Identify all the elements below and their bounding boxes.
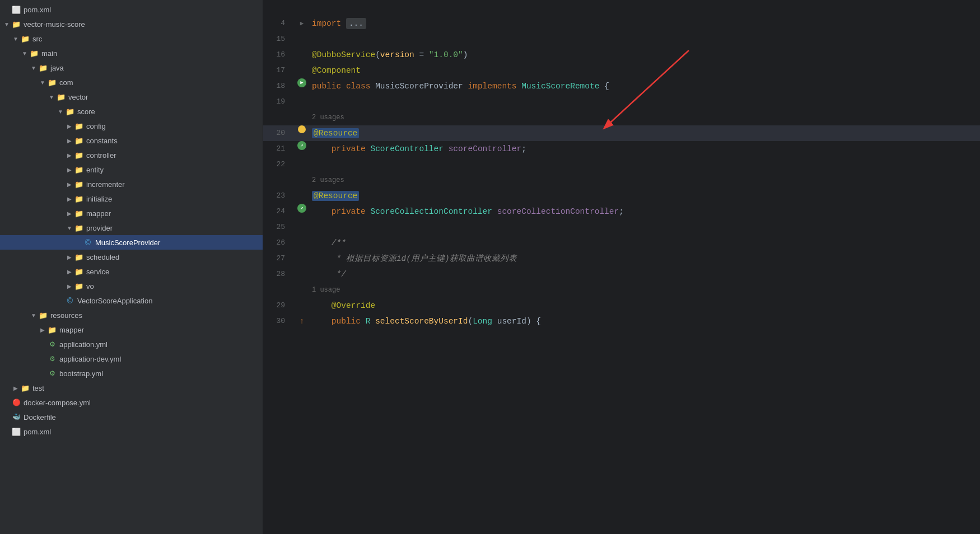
sidebar-item-label: application.yml <box>59 340 263 349</box>
sidebar-item-label: provider <box>86 224 263 232</box>
docker-file-icon: 🔴 <box>11 397 21 407</box>
usage-hint: 2 usages <box>310 110 980 125</box>
collapse-arrow-icon: ▶ <box>65 123 74 129</box>
sidebar-item-provider[interactable]: ▼ 📁 provider <box>0 221 263 235</box>
up-arrow-icon[interactable]: ↑ <box>300 313 304 329</box>
folder-icon: 📁 <box>20 34 30 44</box>
code-line-16: 16 @DubboService(version = "1.0.0") <box>263 47 980 63</box>
expand-arrow-icon: ▼ <box>38 79 47 86</box>
yaml-file-icon: ⚙ <box>47 339 57 349</box>
usage-hint-line-1: 2 usages <box>263 110 980 125</box>
gutter-21[interactable]: ↗ <box>294 141 310 150</box>
code-content: import ... <box>310 16 980 31</box>
run-icon[interactable]: ▶ <box>297 78 306 87</box>
code-line-29: 29 @Override <box>263 298 980 313</box>
line-number: 17 <box>263 63 294 78</box>
sidebar-item-vo[interactable]: ▶ 📁 vo <box>0 279 263 293</box>
sidebar-item-score[interactable]: ▼ 📁 score <box>0 104 263 119</box>
collapse-arrow-icon: ▶ <box>65 254 74 260</box>
folder-icon: 📁 <box>47 325 57 335</box>
sidebar-item-label: test <box>32 384 263 392</box>
sidebar-item-application-yml[interactable]: ⚙ application.yml <box>0 337 263 352</box>
sidebar-item-mapper-resources[interactable]: ▶ 📁 mapper <box>0 322 263 337</box>
line-number: 22 <box>263 157 294 172</box>
line-number: 26 <box>263 235 294 251</box>
gutter-24[interactable]: ↗ <box>294 204 310 213</box>
code-line-18: 18 ▶ public class MusicScoreProvider imp… <box>263 78 980 94</box>
code-line-15: 15 <box>263 31 980 47</box>
code-area: 4 ▶ import ... 15 16 @DubboService(versi… <box>263 0 980 329</box>
file-tree[interactable]: ⬜ pom.xml ▼ 📁 vector-music-score ▼ 📁 src… <box>0 0 263 534</box>
navigate-icon[interactable]: ↗ <box>297 141 306 150</box>
sidebar-item-src[interactable]: ▼ 📁 src <box>0 31 263 46</box>
code-line-19: 19 <box>263 94 980 110</box>
sidebar-item-scheduled[interactable]: ▶ 📁 scheduled <box>0 250 263 264</box>
line-number: 18 <box>263 78 294 94</box>
sidebar-item-controller[interactable]: ▶ 📁 controller <box>0 148 263 162</box>
folder-icon: 📁 <box>74 252 84 262</box>
gutter-30[interactable]: ↑ <box>294 313 310 329</box>
code-content: private ScoreController scoreController; <box>310 141 980 157</box>
sidebar-item-main[interactable]: ▼ 📁 main <box>0 46 263 60</box>
yaml-file-icon: ⚙ <box>47 354 57 364</box>
navigate-icon[interactable]: ↗ <box>297 204 306 213</box>
gutter-fold[interactable]: ▶ <box>294 16 310 31</box>
sidebar-item-vector-score-app[interactable]: © VectorScoreApplication <box>0 293 263 308</box>
sidebar-item-entity[interactable]: ▶ 📁 entity <box>0 162 263 177</box>
expand-arrow-icon: ▼ <box>2 21 11 27</box>
sidebar-item-vector[interactable]: ▼ 📁 vector <box>0 90 263 104</box>
folder-icon: 📁 <box>56 92 66 102</box>
gutter-18[interactable]: ▶ <box>294 78 310 87</box>
sidebar-item-docker-compose[interactable]: 🔴 docker-compose.yml <box>0 395 263 410</box>
sidebar-item-dockerfile[interactable]: 🐳 Dockerfile <box>0 410 263 424</box>
sidebar-item-com[interactable]: ▼ 📁 com <box>0 75 263 90</box>
code-content: @DubboService(version = "1.0.0") <box>310 47 980 63</box>
folder-icon: 📁 <box>74 223 84 233</box>
sidebar-item-pom-bottom[interactable]: ⬜ pom.xml <box>0 424 263 439</box>
code-line-25: 25 <box>263 219 980 235</box>
xml-file-icon: ⬜ <box>11 427 21 437</box>
folder-icon: 📁 <box>74 281 84 291</box>
collapse-arrow-icon: ▶ <box>11 385 20 391</box>
sidebar-item-test[interactable]: ▶ 📁 test <box>0 381 263 395</box>
expand-arrow-icon: ▼ <box>20 50 29 57</box>
usage-hint-line-3: 1 usage <box>263 282 980 298</box>
sidebar-item-mapper[interactable]: ▶ 📁 mapper <box>0 206 263 221</box>
gutter-20[interactable] <box>294 125 310 133</box>
sidebar-item-resources[interactable]: ▼ 📁 resources <box>0 308 263 322</box>
folder-icon: 📁 <box>74 266 84 277</box>
sidebar-item-label: pom.xml <box>24 428 263 436</box>
sidebar-item-java[interactable]: ▼ 📁 java <box>0 60 263 75</box>
sidebar-item-service[interactable]: ▶ 📁 service <box>0 264 263 279</box>
code-content: public class MusicScoreProvider implemen… <box>310 78 980 94</box>
sidebar-item-label: score <box>77 107 263 116</box>
sidebar-item-pom-top[interactable]: ⬜ pom.xml <box>0 2 263 17</box>
class-file-icon: © <box>65 296 75 306</box>
expand-arrow-icon: ▼ <box>29 312 38 318</box>
sidebar-item-incrementer[interactable]: ▶ 📁 incrementer <box>0 177 263 191</box>
line-number: 27 <box>263 251 294 266</box>
sidebar-item-config[interactable]: ▶ 📁 config <box>0 119 263 133</box>
lightbulb-icon[interactable] <box>298 125 306 133</box>
sidebar-item-initialize[interactable]: ▶ 📁 initialize <box>0 191 263 206</box>
sidebar-item-vector-music-score[interactable]: ▼ 📁 vector-music-score <box>0 17 263 31</box>
code-line-30: 30 ↑ public R selectScoreByUserId(Long u… <box>263 313 980 329</box>
line-number: 21 <box>263 141 294 157</box>
sidebar-item-music-score-provider[interactable]: © MusicScoreProvider <box>0 235 263 250</box>
fold-arrow-icon[interactable]: ▶ <box>300 16 304 31</box>
collapse-arrow-icon: ▶ <box>65 138 74 144</box>
sidebar-item-label: pom.xml <box>24 6 263 14</box>
sidebar-item-label: config <box>86 122 263 130</box>
sidebar-item-constants[interactable]: ▶ 📁 constants <box>0 133 263 148</box>
folder-icon: 📁 <box>47 77 57 87</box>
folder-icon: 📁 <box>74 150 84 160</box>
sidebar-item-application-dev-yml[interactable]: ⚙ application-dev.yml <box>0 352 263 366</box>
collapse-arrow-icon: ▶ <box>65 181 74 188</box>
line-number: 28 <box>263 266 294 282</box>
folder-icon: 📁 <box>29 48 39 58</box>
code-editor[interactable]: 4 ▶ import ... 15 16 @DubboService(versi… <box>263 0 980 534</box>
line-number: 30 <box>263 313 294 329</box>
collapse-arrow-icon: ▶ <box>65 196 74 202</box>
sidebar-item-bootstrap-yml[interactable]: ⚙ bootstrap.yml <box>0 366 263 381</box>
sidebar-item-label: VectorScoreApplication <box>77 297 263 305</box>
